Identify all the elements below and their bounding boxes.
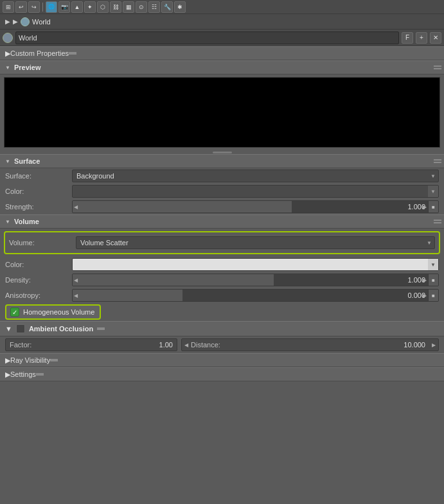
anisotropy-extra-btn[interactable]: ■ xyxy=(428,290,438,301)
density-extra-btn[interactable]: ■ xyxy=(428,274,438,286)
volume-dropdown-value: Volume Scatter xyxy=(76,239,424,247)
surface-arrow-icon: ▼ xyxy=(5,159,10,164)
volume-density-label: Density: xyxy=(5,276,69,284)
toolbar-icon-world[interactable]: 🌐 xyxy=(46,1,57,13)
factor-control[interactable]: Factor: 1.00 xyxy=(5,338,177,351)
ray-visibility-arrow-icon: ▶ xyxy=(5,356,10,365)
toolbar-icon-physics[interactable]: ⬡ xyxy=(97,1,109,13)
custom-properties-label: Custom Properties xyxy=(10,49,69,57)
name-input[interactable] xyxy=(15,31,399,44)
breadcrumb-world-label: World xyxy=(32,18,51,26)
volume-highlight-container: Volume: Volume Scatter ▼ xyxy=(4,231,440,254)
toolbar-icon-material[interactable]: ⊙ xyxy=(136,1,147,13)
volume-header[interactable]: ▼ Volume xyxy=(0,214,444,229)
volume-anisotropy-value: 0.000 xyxy=(73,291,428,299)
ambient-occlusion-header[interactable]: ▼ Ambient Occlusion xyxy=(0,321,444,336)
volume-anisotropy-slider[interactable]: ◀ 0.000 ▶ ■ xyxy=(72,289,439,302)
settings-label: Settings xyxy=(10,370,36,378)
surface-dropdown-arrow-icon: ▼ xyxy=(428,170,438,182)
ao-checkbox[interactable] xyxy=(16,324,25,333)
homogeneous-container[interactable]: ✓ Homogeneous Volume xyxy=(5,304,101,320)
toolbar-icon-grid[interactable]: ⊞ xyxy=(3,1,14,13)
surface-color-row: Color: ▼ xyxy=(0,184,444,199)
volume-color-row: Color: ▼ xyxy=(0,257,444,272)
custom-properties-header[interactable]: ▶ Custom Properties xyxy=(0,46,444,60)
toolbar-icon-modifiers[interactable]: 🔧 xyxy=(161,1,173,13)
preview-header[interactable]: ▼ Preview xyxy=(0,60,444,74)
density-slider-right-icon: ▶ xyxy=(423,277,427,283)
factor-label: Factor: xyxy=(6,341,159,349)
slider-right-arrow-icon: ▶ xyxy=(423,204,427,210)
volume-dropdown[interactable]: Volume Scatter ▼ xyxy=(76,236,435,249)
ray-visibility-corner-decoration xyxy=(50,359,58,361)
breadcrumb-home-icon[interactable]: ▶ xyxy=(5,18,10,25)
volume-dropdown-row: Volume: Volume Scatter ▼ xyxy=(8,235,436,250)
preview-viewport xyxy=(4,77,440,148)
anisotropy-slider-right-icon: ▶ xyxy=(423,293,427,299)
ray-visibility-header[interactable]: ▶ Ray Visibility xyxy=(0,353,444,367)
surface-color-picker[interactable]: ▼ xyxy=(72,185,439,198)
surface-strength-row: Strength: ◀ 1.000 ▶ ■ xyxy=(0,199,444,214)
ray-visibility-label: Ray Visibility xyxy=(10,356,50,364)
toolbar-icon-scene[interactable]: ▲ xyxy=(71,1,83,13)
main-toolbar[interactable]: ⊞ ↩ ↪ 🌐 📷 ▲ ✦ ⬡ ⛓ ▦ ⊙ ☷ 🔧 ✱ xyxy=(0,0,444,14)
f-button[interactable]: F xyxy=(402,32,413,44)
name-icon xyxy=(3,33,13,43)
surface-label: Surface xyxy=(14,157,40,165)
surface-strength-label: Strength: xyxy=(5,203,69,211)
breadcrumb-arrow-icon: ▶ xyxy=(13,18,18,25)
remove-button[interactable]: ✕ xyxy=(430,32,441,44)
toolbar-icon-data[interactable]: ▦ xyxy=(123,1,134,13)
preview-corner-decoration xyxy=(434,65,441,69)
factor-row: Factor: 1.00 ◀ Distance: 10.000 ▶ xyxy=(0,336,444,353)
settings-arrow-icon: ▶ xyxy=(5,370,10,379)
volume-anisotropy-row: Anisotropy: ◀ 0.000 ▶ ■ xyxy=(0,288,444,303)
surface-dropdown-value: Background xyxy=(73,172,428,180)
volume-arrow-icon: ▼ xyxy=(5,219,10,225)
surface-color-arrow-icon: ▼ xyxy=(428,186,438,197)
volume-density-slider[interactable]: ◀ 1.000 ▶ ■ xyxy=(72,274,439,286)
ao-label: Ambient Occlusion xyxy=(29,325,93,333)
settings-header[interactable]: ▶ Settings xyxy=(0,367,444,381)
volume-corner-decoration xyxy=(434,220,441,223)
preview-handle-bar xyxy=(213,152,232,153)
distance-arrow-left-icon: ◀ xyxy=(182,342,191,348)
toolbar-icon-texture[interactable]: ☷ xyxy=(148,1,160,13)
preview-arrow-icon: ▼ xyxy=(5,65,10,71)
volume-dropdown-arrow-icon: ▼ xyxy=(424,237,434,248)
surface-color-label: Color: xyxy=(5,187,69,195)
toolbar-icon-render[interactable]: 📷 xyxy=(58,1,70,13)
add-user-button[interactable]: + xyxy=(416,32,427,44)
world-icon-circle xyxy=(21,17,30,26)
toolbar-icon-forward[interactable]: ↪ xyxy=(28,1,40,13)
surface-header[interactable]: ▼ Surface xyxy=(0,154,444,168)
toolbar-icon-particles[interactable]: ✦ xyxy=(84,1,96,13)
distance-arrow-right-icon: ▶ xyxy=(429,342,438,348)
surface-row: Surface: Background ▼ xyxy=(0,168,444,184)
toolbar-separator-1 xyxy=(42,3,43,12)
toolbar-icon-constraints[interactable]: ⛓ xyxy=(110,1,121,13)
surface-strength-slider[interactable]: ◀ 1.000 ▶ ■ xyxy=(72,200,439,213)
homogeneous-label: Homogeneous Volume xyxy=(23,308,94,316)
distance-value: 10.000 xyxy=(404,341,429,349)
volume-density-value: 1.000 xyxy=(73,276,428,284)
toolbar-icon-extra[interactable]: ✱ xyxy=(174,1,186,13)
surface-dropdown[interactable]: Background ▼ xyxy=(72,169,439,182)
toolbar-icon-back[interactable]: ↩ xyxy=(15,1,27,13)
preview-label: Preview xyxy=(14,64,41,71)
volume-color-picker[interactable]: ▼ xyxy=(72,258,439,271)
settings-corner-decoration xyxy=(36,373,44,376)
surface-field-label: Surface: xyxy=(5,172,69,180)
distance-control[interactable]: ◀ Distance: 10.000 ▶ xyxy=(181,338,439,351)
distance-label: Distance: xyxy=(191,341,404,349)
strength-extra-btn[interactable]: ■ xyxy=(428,201,438,213)
volume-color-arrow-icon: ▼ xyxy=(428,259,438,270)
surface-corner-decoration xyxy=(434,159,441,163)
volume-label: Volume xyxy=(14,218,39,225)
volume-anisotropy-label: Anisotropy: xyxy=(5,291,69,299)
volume-color-label: Color: xyxy=(5,261,69,268)
volume-field-label: Volume: xyxy=(9,239,73,247)
surface-strength-value: 1.000 xyxy=(73,203,428,211)
homogeneous-checkbox[interactable]: ✓ xyxy=(10,308,19,317)
ao-corner-decoration xyxy=(97,327,105,330)
